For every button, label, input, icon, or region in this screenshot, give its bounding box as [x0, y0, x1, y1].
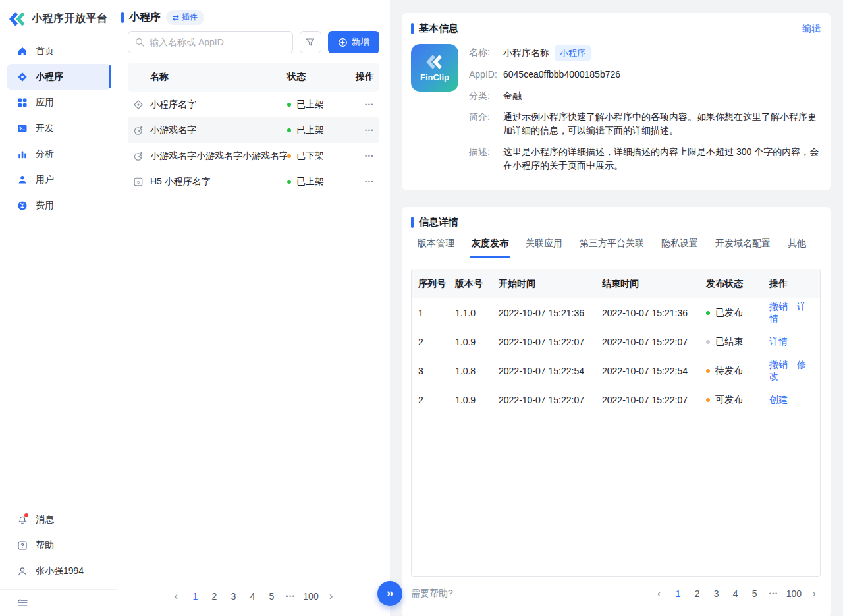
field-intro: 简介: 通过示例小程序快速了解小程序中的各项内容。如果你想在这里了解小程序更加详… — [469, 110, 821, 138]
cell-status: 待发布 — [699, 365, 763, 377]
funnel-icon — [305, 37, 315, 47]
revoke-link[interactable]: 撤销 — [769, 301, 788, 312]
pagination-page[interactable]: 3 — [710, 588, 723, 599]
cell-end: 2022-10-07 15:22:07 — [595, 337, 699, 347]
pagination-prev[interactable]: ‹ — [169, 592, 182, 601]
column-release-status: 发布状态 — [699, 278, 763, 290]
expand-panel-button[interactable]: » — [377, 581, 402, 606]
title-marker — [411, 23, 414, 34]
detail-tabs: 版本管理 灰度发布 关联应用 第三方平台关联 隐私设置 开发域名配置 其他 — [411, 238, 821, 258]
status-text: 已上架 — [296, 99, 324, 111]
pagination-page[interactable]: 3 — [227, 591, 240, 602]
pagination-next[interactable]: › — [807, 589, 821, 598]
tab-version-management[interactable]: 版本管理 — [418, 238, 454, 250]
sidebar-item-messages[interactable]: 消息 — [0, 507, 117, 532]
list-item-minigame[interactable]: 小游戏名字 已上架 ••• — [128, 117, 379, 143]
column-end-time: 结束时间 — [595, 278, 699, 290]
list-item-miniprogram[interactable]: 小程序名字 已上架 ••• — [128, 92, 379, 117]
help-text[interactable]: 需要帮助? — [411, 588, 453, 600]
tab-linked-apps[interactable]: 关联应用 — [526, 238, 562, 250]
cell-end: 2022-10-07 15:22:54 — [595, 366, 699, 376]
more-actions-icon[interactable]: ••• — [350, 101, 374, 108]
cell-version: 1.0.8 — [449, 366, 492, 376]
sidebar-item-apps[interactable]: 应用 — [7, 90, 111, 115]
plugin-switch-badge[interactable]: ⇄ 插件 — [166, 10, 204, 25]
tab-dev-domain-config[interactable]: 开发域名配置 — [715, 238, 771, 250]
swap-icon: ⇄ — [173, 13, 179, 22]
field-category: 分类: 金融 — [469, 89, 821, 103]
status-text: 已上架 — [296, 176, 324, 188]
app-id: 6045cea0ffbbb4000185b726 — [503, 68, 620, 82]
release-table-header: 序列号 版本号 开始时间 结束时间 发布状态 操作 — [412, 269, 820, 298]
cell-status: 已发布 — [699, 307, 763, 319]
cell-end: 2022-10-07 15:21:36 — [595, 308, 699, 318]
pagination-ellipsis[interactable]: ••• — [284, 593, 297, 600]
pagination-page[interactable]: 5 — [265, 591, 278, 602]
pagination-page[interactable]: 2 — [207, 591, 221, 602]
pagination-next[interactable]: › — [325, 592, 338, 601]
pagination-prev[interactable]: ‹ — [653, 589, 666, 598]
filter-button[interactable] — [300, 31, 321, 53]
status-dot — [287, 128, 291, 132]
table-row: 2 1.0.9 2022-10-07 15:22:07 2022-10-07 1… — [412, 385, 820, 414]
title-marker — [121, 12, 124, 23]
pagination-page-last[interactable]: 100 — [303, 591, 318, 602]
column-action: 操作 — [763, 278, 820, 290]
tab-other[interactable]: 其他 — [788, 238, 806, 250]
sidebar-item-label: 开发 — [36, 123, 54, 134]
edit-link[interactable]: 编辑 — [802, 23, 821, 35]
type-badge: 小程序 — [555, 45, 591, 61]
sidebar-item-miniprogram[interactable]: 小程序 — [7, 64, 111, 90]
table-row: 3 1.0.8 2022-10-07 15:22:54 2022-10-07 1… — [412, 356, 820, 385]
pagination-page[interactable]: 5 — [748, 588, 761, 599]
sidebar-item-analytics[interactable]: 分析 — [7, 141, 111, 167]
create-link[interactable]: 创建 — [769, 394, 788, 405]
tab-gray-release[interactable]: 灰度发布 — [472, 238, 508, 250]
sidebar-collapse-button[interactable] — [0, 590, 117, 616]
sidebar-item-develop[interactable]: 开发 — [7, 115, 111, 141]
app-logo-text: FinClip — [420, 72, 449, 82]
cell-status: 已结束 — [699, 336, 763, 348]
cell-start: 2022-10-07 15:22:07 — [492, 395, 595, 405]
list-item-h5[interactable]: 5 H5 小程序名字 已上架 ••• — [128, 169, 379, 194]
field-name: 名称: 小程序名称小程序 — [469, 45, 821, 61]
cell-seq: 2 — [412, 395, 449, 405]
h5-type-icon: 5 — [133, 177, 150, 187]
pagination-page[interactable]: 4 — [729, 588, 742, 599]
sidebar-item-billing[interactable]: 费用 — [7, 192, 111, 218]
pagination-page[interactable]: 2 — [691, 588, 704, 599]
cell-actions: 撤销修改 — [763, 359, 820, 383]
tab-third-party-platform[interactable]: 第三方平台关联 — [580, 238, 644, 250]
sidebar-item-help[interactable]: 帮助 — [0, 532, 117, 558]
pagination-page[interactable]: 1 — [188, 591, 202, 602]
more-actions-icon[interactable]: ••• — [350, 179, 374, 185]
brand-logo-icon — [9, 11, 26, 27]
sidebar-item-users[interactable]: 用户 — [7, 167, 111, 192]
status-text: 已下架 — [296, 150, 324, 162]
double-chevron-right-icon: » — [387, 586, 394, 600]
cell-seq: 3 — [412, 366, 449, 376]
pagination-page[interactable]: 1 — [672, 588, 685, 599]
cell-actions: 详情 — [763, 336, 820, 348]
cell-actions: 创建 — [763, 394, 820, 406]
sidebar-item-home[interactable]: 首页 — [7, 38, 111, 64]
pagination-page-last[interactable]: 100 — [786, 588, 802, 599]
sidebar-item-label: 首页 — [36, 45, 54, 57]
search-input[interactable] — [128, 31, 293, 53]
more-actions-icon[interactable]: ••• — [350, 127, 374, 134]
pagination-ellipsis[interactable]: ••• — [767, 590, 780, 597]
detail-content: 基本信息 编辑 FinClip 名称: 小程序名称小程序 AppID: 6045… — [390, 0, 843, 616]
add-button[interactable]: 新增 — [328, 31, 379, 53]
miniprogram-list-panel: 小程序 ⇄ 插件 新增 名称 状态 操作 小程序名字 — [117, 0, 390, 616]
status-text: 已上架 — [296, 125, 324, 136]
revoke-link[interactable]: 撤销 — [769, 359, 788, 370]
tab-privacy-settings[interactable]: 隐私设置 — [661, 238, 698, 250]
app-name: 小程序名称 — [503, 47, 549, 58]
sidebar-footer: 消息 帮助 张小强1994 — [0, 507, 117, 616]
list-item-minigame-long[interactable]: 小游戏名字小游戏名字小游戏名字 已下架 ••• — [128, 143, 379, 169]
details-link[interactable]: 详情 — [769, 336, 788, 347]
sidebar-item-account[interactable]: 张小强1994 — [0, 558, 117, 584]
pagination-page[interactable]: 4 — [246, 591, 259, 602]
more-actions-icon[interactable]: ••• — [350, 153, 374, 159]
cell-version: 1.0.9 — [449, 395, 492, 405]
